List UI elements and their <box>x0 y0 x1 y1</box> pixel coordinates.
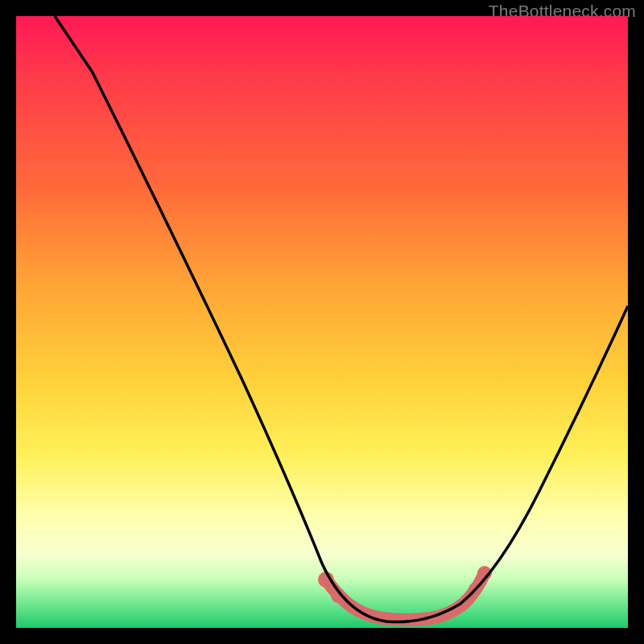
plot-area <box>16 16 628 628</box>
optimal-region-highlight <box>326 573 485 620</box>
curve-overlay <box>16 16 628 628</box>
bottleneck-curve <box>55 16 628 622</box>
chart-stage: TheBottleneck.com <box>0 0 644 644</box>
